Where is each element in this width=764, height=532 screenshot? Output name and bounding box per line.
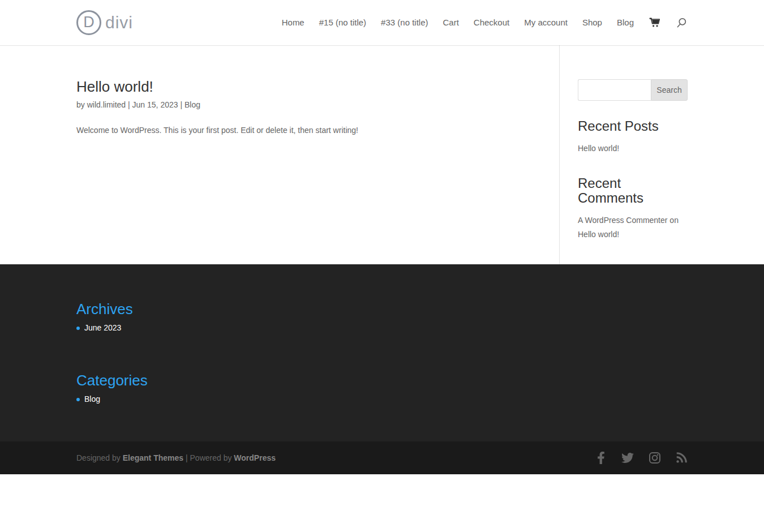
nav-item-blog[interactable]: Blog (617, 18, 634, 28)
recent-comment-item: A WordPress Commenter on Hello world! (578, 213, 688, 242)
instagram-icon[interactable] (649, 452, 661, 464)
search-button[interactable]: Search (651, 79, 688, 101)
nav-link-shop[interactable]: Shop (582, 18, 602, 27)
comment-author-link[interactable]: A WordPress Commenter (578, 216, 667, 225)
post-meta: by wild.limited | Jun 15, 2023 | Blog (76, 101, 525, 109)
nav-item-my-account[interactable]: My account (524, 18, 568, 28)
footer-credits: Designed by Elegant Themes | Powered by … (76, 453, 276, 462)
main-nav: Home #15 (no title) #33 (no title) Cart … (267, 16, 688, 29)
logo-text: divi (105, 13, 133, 32)
post-article: Hello world! by wild.limited | Jun 15, 2… (76, 45, 559, 264)
nav-item-shop[interactable]: Shop (582, 18, 602, 28)
archive-list-item: June 2023 (76, 324, 229, 332)
nav-link-33-no-title[interactable]: #33 (no title) (381, 18, 428, 27)
site-logo[interactable]: D divi (76, 10, 133, 35)
author-link[interactable]: wild.limited (87, 100, 126, 109)
cart-icon[interactable] (649, 16, 661, 29)
archives-title: Archives (76, 302, 229, 316)
nav-item-checkout[interactable]: Checkout (474, 18, 509, 28)
archive-link[interactable]: June 2023 (84, 323, 121, 332)
archives-widget: Archives June 2023 (76, 302, 229, 332)
nav-link-my-account[interactable]: My account (524, 18, 568, 27)
logo-letter: D (83, 15, 95, 30)
comment-post-link[interactable]: Hello world! (578, 230, 619, 239)
facebook-icon[interactable] (595, 452, 607, 464)
meta-separator: | (128, 100, 130, 109)
post-date: Jun 15, 2023 (132, 100, 178, 109)
meta-by-label: by (76, 100, 85, 109)
recent-comments-title: Recent Comments (578, 176, 688, 205)
category-list-item: Blog (76, 395, 229, 404)
bullet-dot (76, 327, 80, 330)
site-header: D divi Home #15 (no title) #33 (no title… (0, 0, 764, 45)
social-icons (595, 452, 688, 464)
bullet-dot (76, 398, 80, 401)
nav-link-15-no-title[interactable]: #15 (no title) (319, 18, 366, 27)
post-body: Welcome to WordPress. This is your first… (76, 126, 525, 135)
nav-link-checkout[interactable]: Checkout (474, 18, 509, 27)
post-title: Hello world! (76, 78, 525, 95)
nav-item-15-no-title[interactable]: #15 (no title) (319, 18, 366, 28)
nav-link-blog[interactable]: Blog (617, 18, 634, 27)
search-form: Search (578, 79, 688, 101)
credits-prefix: Designed by (76, 453, 121, 462)
meta-separator-2: | (180, 100, 182, 109)
divi-logo-icon: D (76, 10, 101, 35)
recent-post-link[interactable]: Hello world! (578, 141, 688, 156)
search-icon[interactable] (676, 17, 688, 29)
site-footer: Archives June 2023 Categories Blog (0, 264, 764, 474)
nav-item-cart[interactable]: Cart (443, 18, 459, 28)
footer-widgets-area: Archives June 2023 Categories Blog (0, 264, 764, 441)
category-link[interactable]: Blog (184, 100, 200, 109)
main-area: Hello world! by wild.limited | Jun 15, 2… (0, 45, 764, 264)
elegant-themes-link[interactable]: Elegant Themes (123, 453, 183, 462)
page-bottom-whitespace (0, 474, 764, 532)
twitter-icon[interactable] (621, 452, 634, 464)
rss-icon[interactable] (675, 452, 688, 464)
sidebar: Search Recent Posts Hello world! Recent … (559, 45, 688, 264)
footer-bottom-bar: Designed by Elegant Themes | Powered by … (0, 441, 764, 474)
nav-item-33-no-title[interactable]: #33 (no title) (381, 18, 428, 28)
recent-posts-title: Recent Posts (578, 119, 688, 134)
nav-link-cart[interactable]: Cart (443, 18, 459, 27)
search-input[interactable] (578, 79, 651, 101)
credits-middle: | Powered by (186, 453, 231, 462)
category-footer-link[interactable]: Blog (84, 394, 100, 404)
comment-on-label: on (669, 216, 679, 225)
categories-widget: Categories Blog (76, 373, 229, 404)
nav-link-home[interactable]: Home (282, 18, 304, 27)
nav-item-home[interactable]: Home (282, 18, 304, 28)
wordpress-link[interactable]: WordPress (234, 453, 276, 462)
categories-title: Categories (76, 373, 229, 388)
